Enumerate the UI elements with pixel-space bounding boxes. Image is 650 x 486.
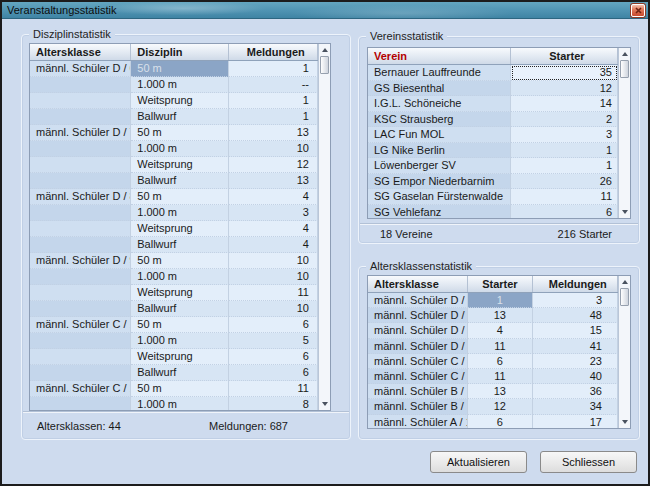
table-cell[interactable]: SG Empor Niederbarnim: [368, 174, 511, 190]
table-cell[interactable]: [30, 269, 131, 285]
table-cell[interactable]: 11: [468, 369, 532, 384]
column-header-verein[interactable]: Starter: [511, 48, 618, 64]
table-cell[interactable]: 1.000 m: [131, 77, 228, 93]
table-cell[interactable]: 6: [229, 365, 318, 381]
table-cell[interactable]: [30, 77, 131, 93]
table-cell[interactable]: 50 m: [131, 253, 228, 269]
table-cell[interactable]: I.G.L. Schöneiche: [368, 96, 511, 112]
refresh-button[interactable]: Aktualisieren: [430, 451, 527, 473]
table-cell[interactable]: 50 m: [131, 317, 228, 333]
table-row[interactable]: männl. Schüler A / 14617: [368, 415, 618, 429]
table-cell[interactable]: 10: [229, 253, 318, 269]
table-cell[interactable]: 1: [511, 158, 618, 174]
table-cell[interactable]: 50 m: [131, 189, 228, 205]
table-row[interactable]: Löwenberger SV1: [368, 158, 618, 174]
table-cell[interactable]: 26: [511, 174, 618, 190]
table-cell[interactable]: [30, 333, 131, 349]
table-cell[interactable]: 1: [229, 109, 318, 125]
table-cell[interactable]: 14: [511, 96, 618, 112]
scrollbar-thumb[interactable]: [620, 60, 629, 78]
table-cell[interactable]: 11: [229, 285, 318, 301]
table-row[interactable]: Ballwurf4: [30, 237, 318, 253]
table-cell[interactable]: 3: [533, 293, 618, 308]
table-cell[interactable]: 4: [229, 189, 318, 205]
table-row[interactable]: männl. Schüler C / 1150 m11: [30, 381, 318, 397]
table-cell[interactable]: Ballwurf: [131, 109, 228, 125]
close-dialog-button[interactable]: Schliessen: [540, 451, 637, 473]
disziplin-scrollbar[interactable]: [318, 44, 330, 410]
table-cell[interactable]: männl. Schüler D / 9: [30, 253, 131, 269]
table-cell[interactable]: [30, 237, 131, 253]
table-cell[interactable]: 40: [533, 369, 618, 384]
table-row[interactable]: Weitsprung4: [30, 221, 318, 237]
table-cell[interactable]: 10: [229, 269, 318, 285]
table-cell[interactable]: 11: [229, 381, 318, 397]
table-cell[interactable]: KSC Strausberg: [368, 112, 511, 128]
table-cell[interactable]: 1: [229, 93, 318, 109]
table-cell[interactable]: 3: [511, 127, 618, 143]
scroll-down-icon[interactable]: [322, 402, 328, 406]
table-cell[interactable]: Weitsprung: [131, 285, 228, 301]
table-cell[interactable]: männl. Schüler C / 11: [30, 381, 131, 397]
table-cell[interactable]: 11: [511, 189, 618, 205]
table-cell[interactable]: 48: [533, 308, 618, 323]
table-cell[interactable]: männl. Schüler A / 14: [368, 415, 468, 429]
table-row[interactable]: Weitsprung6: [30, 349, 318, 365]
table-cell[interactable]: 6: [468, 415, 532, 429]
close-button[interactable]: [631, 4, 645, 17]
verein-scrollbar[interactable]: [618, 48, 630, 218]
table-cell[interactable]: 1.000 m: [131, 397, 228, 410]
table-cell[interactable]: 6: [229, 349, 318, 365]
table-row[interactable]: 1.000 m10: [30, 269, 318, 285]
table-cell[interactable]: männl. Schüler C / 10: [30, 317, 131, 333]
table-cell[interactable]: [30, 93, 131, 109]
table-cell[interactable]: 1.000 m: [131, 269, 228, 285]
table-cell[interactable]: 8: [229, 397, 318, 410]
table-row[interactable]: Weitsprung12: [30, 157, 318, 173]
table-cell[interactable]: 35: [511, 65, 618, 81]
table-cell[interactable]: SG Vehlefanz: [368, 205, 511, 219]
table-cell[interactable]: männl. Schüler D / 8: [368, 323, 468, 338]
table-cell[interactable]: Löwenberger SV: [368, 158, 511, 174]
table-row[interactable]: männl. Schüler C / 10623: [368, 354, 618, 369]
table-cell[interactable]: Ballwurf: [131, 301, 228, 317]
table-cell[interactable]: 4: [229, 237, 318, 253]
table-row[interactable]: Weitsprung1: [30, 93, 318, 109]
table-cell[interactable]: 12: [511, 81, 618, 97]
table-cell[interactable]: 50 m: [131, 61, 228, 77]
table-cell[interactable]: 13: [468, 308, 532, 323]
table-row[interactable]: 1.000 m5: [30, 333, 318, 349]
table-cell[interactable]: 41: [533, 339, 618, 354]
table-cell[interactable]: männl. Schüler D / 6: [368, 293, 468, 308]
table-cell[interactable]: 1: [229, 61, 318, 77]
table-cell[interactable]: männl. Schüler C / 11: [368, 369, 468, 384]
table-cell[interactable]: [30, 221, 131, 237]
table-cell[interactable]: [30, 205, 131, 221]
table-cell[interactable]: 12: [468, 399, 532, 414]
table-cell[interactable]: 6: [511, 205, 618, 219]
table-cell[interactable]: Bernauer Lauffreunde: [368, 65, 511, 81]
table-cell[interactable]: 1.000 m: [131, 141, 228, 157]
table-cell[interactable]: [30, 109, 131, 125]
table-cell[interactable]: 36: [533, 384, 618, 399]
table-cell[interactable]: 5: [229, 333, 318, 349]
table-cell[interactable]: männl. Schüler D / 7: [30, 125, 131, 141]
table-row[interactable]: männl. Schüler D / 613: [368, 293, 618, 308]
table-cell[interactable]: 15: [533, 323, 618, 338]
table-row[interactable]: männl. Schüler D / 750 m13: [30, 125, 318, 141]
column-header-altersklassen[interactable]: Altersklasse: [368, 276, 468, 292]
table-cell[interactable]: 1.000 m: [131, 205, 228, 221]
table-cell[interactable]: 1: [468, 293, 532, 308]
table-row[interactable]: männl. Schüler D / 71348: [368, 308, 618, 323]
table-cell[interactable]: LAC Fun MOL: [368, 127, 511, 143]
column-header-disziplin[interactable]: Meldungen: [229, 44, 318, 60]
table-row[interactable]: männl. Schüler B / 131234: [368, 399, 618, 414]
table-cell[interactable]: 3: [229, 205, 318, 221]
table-cell[interactable]: [30, 301, 131, 317]
table-row[interactable]: männl. Schüler D / 650 m1: [30, 61, 318, 77]
table-cell[interactable]: 6: [229, 317, 318, 333]
scrollbar-thumb[interactable]: [620, 288, 629, 306]
table-row[interactable]: männl. Schüler D / 950 m10: [30, 253, 318, 269]
table-cell[interactable]: 10: [229, 301, 318, 317]
table-row[interactable]: männl. Schüler D / 8415: [368, 323, 618, 338]
